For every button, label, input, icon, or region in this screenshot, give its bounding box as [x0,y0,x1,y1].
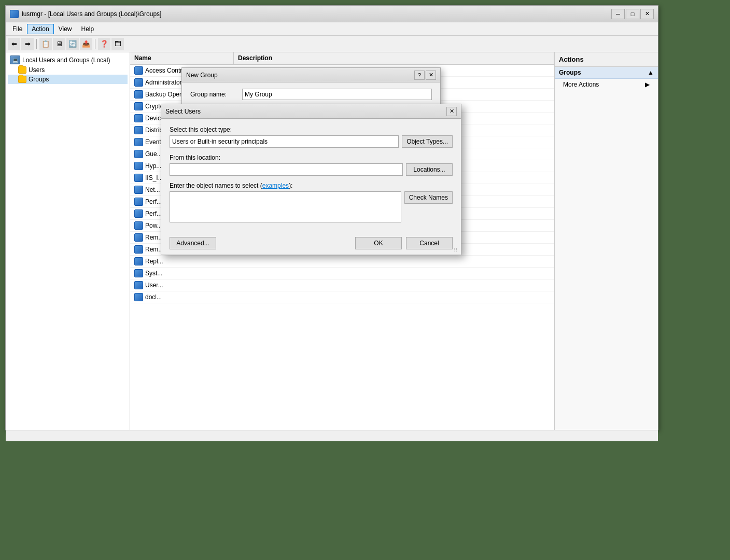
row-description [234,284,554,287]
actions-group-header[interactable]: Groups ▲ [555,67,658,79]
row-group-icon [134,126,143,134]
dialog-select-users: Select Users ✕ Select this object type: … [161,104,461,255]
row-name: Pow... [145,222,162,229]
maximize-button[interactable]: □ [626,9,639,19]
row-group-icon [134,138,143,146]
toolbar-sep-1 [36,39,37,49]
select-users-close-btn[interactable]: ✕ [446,107,457,116]
select-users-title: Select Users [165,108,201,115]
actions-group-arrow: ▲ [648,69,654,76]
new-group-title-bar: New Group ? ✕ [182,68,440,82]
tree-item-groups[interactable]: Groups [8,75,128,84]
group-name-label: Group name: [190,91,242,98]
window-title: lusrmgr - [Local Users and Groups (Local… [22,10,161,18]
table-row[interactable]: Syst... [130,268,554,279]
tree-root[interactable]: 💻 Local Users and Groups (Local) [8,54,128,65]
toolbar-help-button[interactable]: ❓ [98,38,110,50]
toolbar-refresh-button[interactable]: 🔄 [66,38,79,50]
row-group-icon [134,66,143,75]
location-label: From this location: [170,154,453,161]
col-header-name[interactable]: Name [130,52,234,64]
su-ok-button[interactable]: OK [355,237,402,249]
title-bar: lusrmgr - [Local Users and Groups (Local… [6,6,658,22]
menu-file[interactable]: File [8,24,27,34]
toolbar-properties-button[interactable]: 📋 [39,38,52,50]
resize-handle[interactable]: ⠿ [454,247,460,254]
row-group-icon [134,174,143,182]
row-name: Repl... [145,258,163,265]
col-header-description[interactable]: Description [234,52,554,64]
row-group-icon [134,293,143,301]
toolbar-sep-2 [95,39,95,49]
location-input[interactable] [170,163,403,176]
row-group-icon [134,90,143,99]
row-group-icon [134,150,143,158]
row-name: Net... [145,186,160,193]
menu-action[interactable]: Action [27,24,53,34]
actions-more-actions[interactable]: More Actions ▶ [555,79,658,90]
row-group-icon [134,245,143,254]
tree-item-users-label: Users [29,66,45,74]
object-type-label: Select this object type: [170,126,453,133]
tree-item-users[interactable]: Users [8,65,128,75]
status-bar [6,430,658,441]
actions-more-label: More Actions [563,81,599,88]
names-hint: Enter the object names to select (exampl… [170,182,453,189]
row-group-icon [134,102,143,110]
app-icon [10,10,19,18]
toolbar-back-button[interactable]: ⬅ [8,38,20,50]
select-users-title-bar: Select Users ✕ [161,104,461,119]
menu-view[interactable]: View [54,24,77,34]
select-users-body: Select this object type: Object Types...… [161,119,461,233]
title-bar-left: lusrmgr - [Local Users and Groups (Local… [10,10,161,18]
row-name: Syst... [145,270,162,277]
new-group-help-btn[interactable]: ? [414,71,425,80]
select-users-footer: Advanced... OK Cancel [161,233,461,255]
row-name: Perf... [145,210,162,217]
row-group-icon [134,114,143,122]
new-group-title: New Group [186,72,218,79]
check-names-button[interactable]: Check Names [404,191,453,204]
toolbar-console-button[interactable]: 🗔 [111,38,124,50]
table-row[interactable]: User... [130,279,554,291]
title-buttons: ─ □ ✕ [611,9,654,19]
object-types-button[interactable]: Object Types... [402,135,453,148]
window-close-button[interactable]: ✕ [640,9,654,19]
row-group-icon [134,233,143,242]
names-hint-prefix: Enter the object names to select ( [170,182,262,189]
list-header: Name Description [130,52,554,65]
locations-button[interactable]: Locations... [406,163,453,176]
row-group-icon [134,198,143,206]
names-textarea[interactable] [170,191,401,222]
toolbar-computer-button[interactable]: 🖥 [53,38,65,50]
table-row[interactable]: Repl... [130,256,554,268]
new-group-close-btn[interactable]: ✕ [426,71,436,80]
tree-panel: 💻 Local Users and Groups (Local) Users G… [6,52,130,430]
object-type-row: Object Types... [170,135,453,148]
group-name-input[interactable] [242,89,432,100]
row-group-icon [134,186,143,194]
toolbar-export-button[interactable]: 📤 [80,38,92,50]
computer-icon: 💻 [10,55,20,64]
advanced-button[interactable]: Advanced... [170,237,216,249]
minimize-button[interactable]: ─ [611,9,625,19]
table-row[interactable]: docl... [130,291,554,303]
actions-header: Actions [555,52,658,67]
row-description [234,260,554,263]
location-row: Locations... [170,163,453,176]
row-name: Hyp... [145,162,161,170]
tree-item-groups-label: Groups [29,76,49,83]
row-name: Perf... [145,198,162,205]
toolbar-forward-button[interactable]: ➡ [21,38,34,50]
row-group-icon [134,257,143,265]
row-name: Gue... [145,150,162,158]
names-hint-suffix: ): [289,182,292,189]
examples-link[interactable]: examples [262,182,289,189]
menu-bar: File Action View Help [6,22,658,36]
su-cancel-button[interactable]: Cancel [406,237,453,249]
row-name: User... [145,282,163,289]
names-row: Check Names [170,191,453,222]
object-type-input[interactable] [170,135,399,148]
row-group-icon [134,281,143,289]
menu-help[interactable]: Help [77,24,99,34]
